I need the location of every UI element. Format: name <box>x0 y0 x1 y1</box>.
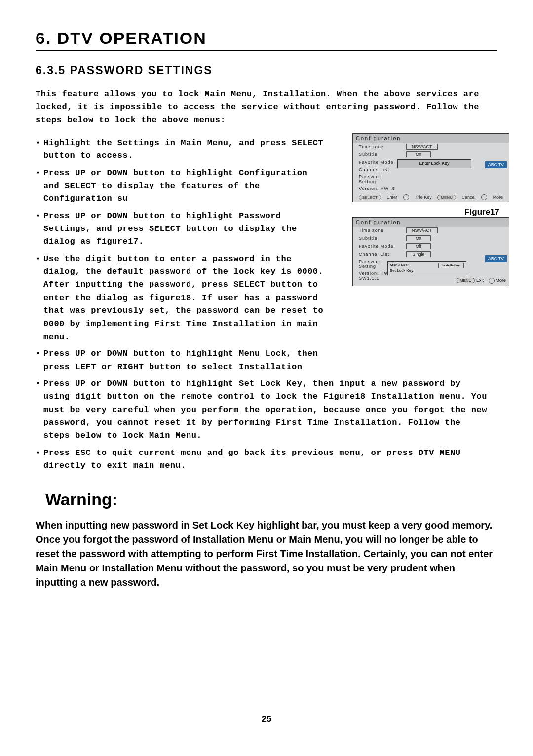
footer-label: More <box>493 195 503 200</box>
instruction-item: Press UP or DOWN button to highlight Pas… <box>36 210 327 249</box>
instruction-item: Press UP or DOWN button to highlight Men… <box>36 347 327 374</box>
row-label: Password Setting <box>359 174 399 184</box>
figure-row: Time zone NSW/ACT <box>353 227 509 234</box>
subbox-value: Installation <box>438 263 464 268</box>
figure-row: Time zone NSW/ACT <box>353 143 509 151</box>
intro-paragraph: This feature allows you to lock Main Men… <box>36 88 497 127</box>
warning-heading: Warning: <box>45 490 497 509</box>
instruction-item: Highlight the Settings in Main Menu, and… <box>36 137 327 163</box>
instruction-list-top: Highlight the Settings in Main Menu, and… <box>36 137 327 374</box>
footer-label: Exit <box>476 278 484 283</box>
row-label: Version: HW .5 <box>359 186 399 191</box>
figure17-title: Configuration <box>353 134 509 143</box>
instruction-item: Press ESC to quit current menu and go ba… <box>36 447 490 473</box>
enter-lock-key-dialog: Enter Lock Key <box>397 159 471 168</box>
warning-paragraph: When inputting new password in Set Lock … <box>36 518 495 590</box>
row-value: Single <box>406 251 431 257</box>
instruction-list-bottom: Press UP or DOWN button to highlight Set… <box>36 378 490 472</box>
footer-label: Cancel <box>461 195 475 200</box>
figure-footer: MENU Exit More <box>457 278 506 284</box>
row-label: Channel List <box>359 252 399 257</box>
figure-row: Password Setting <box>353 173 509 185</box>
row-label: Time zone <box>359 144 399 149</box>
instruction-item: Use the digit button to enter a password… <box>36 253 327 343</box>
chapter-rule <box>36 50 497 51</box>
figure-row: Favorite Mode Off <box>353 242 509 250</box>
instruction-item: Press UP or DOWN button to highlight Set… <box>36 378 490 443</box>
figure17-card: Configuration Time zone NSW/ACT Subtitle… <box>352 133 509 202</box>
row-label: Subtitle <box>359 236 399 241</box>
figure-panel-group: Configuration Time zone NSW/ACT Subtitle… <box>352 133 509 301</box>
row-label: Subtitle <box>359 152 399 157</box>
figure-row: Subtitle On <box>353 151 509 158</box>
chapter-title: 6. DTV OPERATION <box>36 29 497 50</box>
row-label: Favorite Mode <box>359 160 399 165</box>
more-icon <box>481 194 487 200</box>
row-value: On <box>406 235 431 241</box>
menu-pill: MENU <box>437 195 456 200</box>
row-value: NSW/ACT <box>406 227 438 233</box>
footer-label: Enter <box>386 195 397 200</box>
channel-badge: ABC TV <box>485 255 507 262</box>
dialog-text: Enter Lock Key <box>419 161 449 166</box>
row-label: Channel List <box>359 167 399 172</box>
row-value: NSW/ACT <box>406 144 438 150</box>
row-label: Favorite Mode <box>359 244 399 249</box>
figure-row: Subtitle On <box>353 234 509 242</box>
figure18-title: Configuration <box>353 218 509 227</box>
row-value: On <box>406 151 431 157</box>
row-value: Off <box>406 243 431 249</box>
more-icon <box>489 278 495 284</box>
subbox-label: Menu Lock <box>390 263 409 268</box>
figure18-card: Configuration Time zone NSW/ACT Subtitle… <box>352 217 509 286</box>
figure-row: Version: HW .5 <box>353 185 509 192</box>
footer-label: Title Key <box>415 195 432 200</box>
figure17-caption: Figure17 <box>464 207 499 217</box>
figure-footer: SELECT Enter Title Key MENU Cancel More <box>353 194 509 200</box>
lock-settings-subbox: Menu Lock Installation Set Lock Key <box>387 261 466 275</box>
section-title: 6.3.5 PASSWORD SETTINGS <box>36 64 497 77</box>
select-pill: SELECT <box>359 195 381 200</box>
row-label: Time zone <box>359 228 399 233</box>
menu-pill: MENU <box>457 278 475 283</box>
info-icon <box>403 194 409 200</box>
instruction-item: Press UP or DOWN button to highlight Con… <box>36 167 327 206</box>
subbox-label: Set Lock Key <box>390 268 413 273</box>
channel-badge: ABC TV <box>485 161 507 168</box>
footer-label: More <box>495 278 506 283</box>
page-number: 25 <box>0 714 533 724</box>
